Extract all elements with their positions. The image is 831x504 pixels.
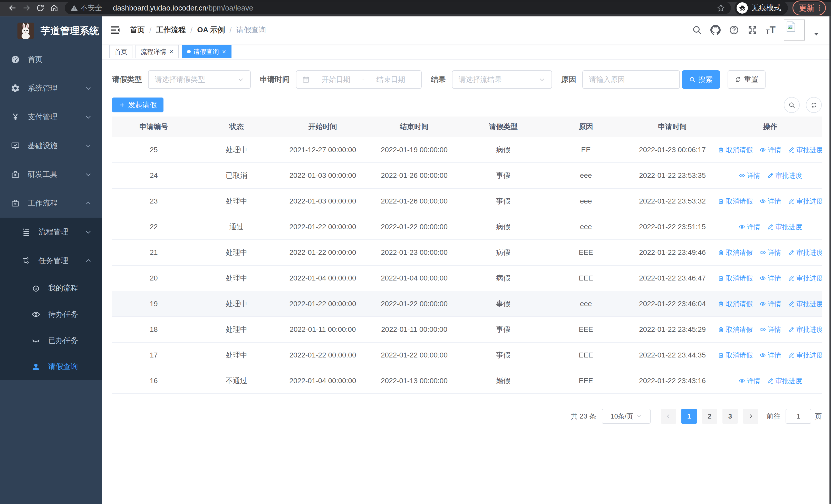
sidebar-collapse-icon[interactable] <box>110 25 121 35</box>
breadcrumb-home[interactable]: 首页 <box>130 25 145 35</box>
table-row[interactable]: 24已取消2022-01-03 00:00:002022-01-26 00:00… <box>112 163 822 188</box>
detail-link[interactable]: 详情 <box>760 274 781 283</box>
cancel-link[interactable]: 取消请假 <box>719 197 753 206</box>
table-row[interactable]: 16不通过2022-01-04 00:00:002022-01-13 00:00… <box>112 368 822 394</box>
prev-page-button[interactable] <box>661 409 676 424</box>
close-icon[interactable]: × <box>169 48 174 55</box>
end-date-placeholder[interactable]: 结束日期 <box>366 75 416 84</box>
cell-leave_type: 病假 <box>461 137 546 163</box>
browser-back-button[interactable] <box>6 1 20 15</box>
github-button[interactable] <box>710 25 721 35</box>
avatar[interactable] <box>784 20 805 40</box>
cell-status: 处理中 <box>195 342 278 368</box>
leave-type-select[interactable]: 请选择请假类型 <box>148 70 251 89</box>
toggle-search-button[interactable] <box>784 97 800 113</box>
header-search-button[interactable] <box>692 25 702 35</box>
sidebar-item-payment[interactable]: 支付管理 <box>0 102 102 131</box>
app-logo-row[interactable]: 芋道管理系统 <box>0 17 102 45</box>
table-row[interactable]: 25处理中2021-12-27 00:00:002022-01-19 00:00… <box>112 137 822 163</box>
arrow-left-icon <box>8 4 17 12</box>
table-row[interactable]: 19处理中2022-01-22 00:00:002022-01-22 00:00… <box>112 291 822 317</box>
cell-actions: 取消请假详情审批进度 <box>719 265 822 291</box>
search-button[interactable]: 搜索 <box>682 70 720 89</box>
cell-reason: EEE <box>546 368 626 394</box>
sidebar-item-task-management[interactable]: 任务管理 <box>0 246 102 275</box>
detail-link[interactable]: 详情 <box>760 351 781 360</box>
security-label[interactable]: 不安全 <box>81 3 102 13</box>
page-button-1[interactable]: 1 <box>681 409 697 424</box>
browser-home-button[interactable] <box>47 1 61 15</box>
detail-link[interactable]: 详情 <box>760 325 781 334</box>
tab-leave-query[interactable]: 请假查询 × <box>182 45 231 58</box>
page-button-3[interactable]: 3 <box>722 409 738 424</box>
font-size-button[interactable]: TT <box>766 25 776 35</box>
close-icon[interactable]: × <box>222 48 226 55</box>
bookmark-star-icon[interactable] <box>717 4 725 12</box>
reset-button[interactable]: 重置 <box>727 70 766 89</box>
warning-icon <box>70 4 78 12</box>
progress-link[interactable]: 审批进度 <box>767 223 802 232</box>
detail-link[interactable]: 详情 <box>760 299 781 308</box>
progress-link[interactable]: 审批进度 <box>788 274 822 283</box>
caret-down-icon[interactable] <box>813 31 820 38</box>
sidebar-item-dev-tools[interactable]: 研发工具 <box>0 160 102 189</box>
table-row[interactable]: 18处理中2022-01-11 00:00:002022-01-11 00:00… <box>112 317 822 342</box>
address-bar[interactable]: 不安全 dashboard.yudao.iocoder.cn/bpm/oa/le… <box>65 2 731 14</box>
browser-forward-button[interactable] <box>20 1 33 15</box>
cancel-link[interactable]: 取消请假 <box>719 248 753 257</box>
cancel-link[interactable]: 取消请假 <box>719 351 753 360</box>
progress-link[interactable]: 审批进度 <box>767 377 802 385</box>
create-leave-button[interactable]: 发起请假 <box>112 97 164 112</box>
progress-link[interactable]: 审批进度 <box>767 171 802 180</box>
sidebar-item-todo-tasks[interactable]: 待办任务 <box>0 301 102 327</box>
goto-page-input[interactable] <box>785 409 811 424</box>
sidebar-item-system[interactable]: 系统管理 <box>0 74 102 102</box>
detail-link[interactable]: 详情 <box>739 171 761 180</box>
next-page-button[interactable] <box>743 409 758 424</box>
sidebar-item-process-management[interactable]: 流程管理 <box>0 217 102 246</box>
progress-link[interactable]: 审批进度 <box>788 299 822 308</box>
refresh-table-button[interactable] <box>806 97 822 113</box>
progress-link[interactable]: 审批进度 <box>788 351 822 360</box>
progress-link[interactable]: 审批进度 <box>788 197 822 206</box>
breadcrumb-workflow[interactable]: 工作流程 <box>156 25 186 35</box>
detail-link[interactable]: 详情 <box>760 146 781 154</box>
detail-link[interactable]: 详情 <box>739 377 761 385</box>
breadcrumb-oa-example[interactable]: OA 示例 <box>197 25 225 35</box>
detail-link[interactable]: 详情 <box>739 223 761 232</box>
cancel-link[interactable]: 取消请假 <box>719 299 753 308</box>
progress-link[interactable]: 审批进度 <box>788 325 822 334</box>
apply-time-range-picker[interactable]: 开始日期 - 结束日期 <box>296 70 422 89</box>
sidebar-item-home[interactable]: 首页 <box>0 45 102 74</box>
table-row[interactable]: 17处理中2022-01-22 00:00:002022-01-22 00:00… <box>112 342 822 368</box>
tab-process-detail[interactable]: 流程详情 × <box>136 45 179 58</box>
detail-link[interactable]: 详情 <box>760 248 781 257</box>
start-date-placeholder[interactable]: 开始日期 <box>311 75 361 84</box>
fullscreen-button[interactable] <box>747 25 757 35</box>
progress-link[interactable]: 审批进度 <box>788 146 822 154</box>
sidebar-item-done-tasks[interactable]: 已办任务 <box>0 327 102 354</box>
cancel-link[interactable]: 取消请假 <box>719 146 753 154</box>
sidebar-item-my-process[interactable]: 我的流程 <box>0 275 102 301</box>
cancel-link[interactable]: 取消请假 <box>719 325 753 334</box>
page-size-select[interactable]: 10条/页 <box>602 409 651 424</box>
cancel-link[interactable]: 取消请假 <box>719 274 753 283</box>
progress-link[interactable]: 审批进度 <box>788 248 822 257</box>
table-row[interactable]: 21处理中2022-01-22 00:00:002022-01-23 00:00… <box>112 240 822 265</box>
help-button[interactable] <box>729 25 739 35</box>
sidebar-item-leave-query[interactable]: 请假查询 <box>0 354 102 380</box>
table-row[interactable]: 20处理中2022-01-04 00:00:002022-01-04 00:00… <box>112 265 822 291</box>
table-row[interactable]: 23处理中2022-01-03 00:00:002022-01-26 00:00… <box>112 188 822 214</box>
table-row[interactable]: 22通过2022-01-22 00:00:002022-01-22 00:00:… <box>112 214 822 240</box>
reason-input[interactable] <box>582 70 680 89</box>
result-select[interactable]: 请选择流结果 <box>452 70 552 89</box>
update-menu-button[interactable]: 更新 <box>793 1 826 16</box>
tab-home[interactable]: 首页 <box>109 45 133 58</box>
detail-link[interactable]: 详情 <box>760 197 781 206</box>
page-button-2[interactable]: 2 <box>702 409 717 424</box>
sidebar-item-workflow[interactable]: 工作流程 <box>0 189 102 217</box>
browser-reload-button[interactable] <box>33 1 47 15</box>
sidebar-item-infrastructure[interactable]: 基础设施 <box>0 131 102 160</box>
breadcrumb-separator: / <box>230 26 232 34</box>
trash-icon <box>719 275 724 281</box>
